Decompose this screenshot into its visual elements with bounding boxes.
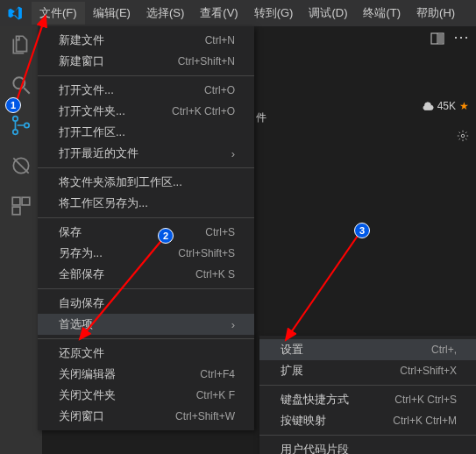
menu-debug[interactable]: 调试(D) — [301, 2, 355, 25]
split-editor-icon[interactable] — [430, 32, 444, 46]
svg-point-4 — [25, 123, 29, 127]
menu-separator — [38, 75, 254, 76]
svg-line-16 — [286, 233, 359, 340]
cloud-download-icon — [422, 100, 434, 112]
preferences-submenu: 设置Ctrl+, 扩展Ctrl+Shift+X 键盘快捷方式Ctrl+K Ctr… — [259, 336, 476, 454]
menu-separator — [259, 435, 476, 436]
menu-select[interactable]: 选择(S) — [139, 2, 192, 25]
search-icon[interactable] — [10, 74, 32, 96]
menu-help[interactable]: 帮助(H) — [409, 2, 463, 25]
menu-separator — [38, 217, 254, 218]
svg-rect-9 — [12, 207, 20, 215]
chevron-right-icon: › — [231, 318, 235, 331]
annotation-arrow-3 — [281, 228, 368, 346]
menu-edit[interactable]: 编辑(E) — [85, 2, 139, 25]
menu-separator — [38, 338, 254, 339]
menu-item-open-workspace[interactable]: 打开工作区... — [38, 122, 254, 143]
svg-point-0 — [13, 77, 25, 89]
submenu-item-user-snippets[interactable]: 用户代码片段 — [259, 439, 476, 454]
submenu-item-keymaps[interactable]: 按键映射Ctrl+K Ctrl+M — [259, 410, 476, 431]
source-control-icon[interactable] — [10, 114, 32, 137]
menu-item-add-folder[interactable]: 将文件夹添加到工作区... — [38, 172, 254, 193]
settings-gear-icon[interactable] — [457, 130, 469, 142]
annotation-marker-3: 3 — [354, 223, 370, 238]
svg-point-2 — [13, 117, 18, 121]
more-actions-icon[interactable]: ⋯ — [453, 29, 469, 45]
chevron-right-icon: › — [231, 147, 235, 160]
menu-item-close-folder[interactable]: 关闭文件夹Ctrl+K F — [38, 385, 254, 406]
extensions-icon[interactable] — [10, 195, 32, 217]
menu-item-close-window[interactable]: 关闭窗口Ctrl+Shift+W — [38, 406, 254, 427]
svg-rect-8 — [22, 197, 30, 205]
menu-item-revert-file[interactable]: 还原文件 — [38, 343, 254, 364]
files-icon[interactable] — [10, 33, 32, 56]
submenu-item-extensions[interactable]: 扩展Ctrl+Shift+X — [259, 360, 476, 381]
file-menu: 新建文件Ctrl+N 新建窗口Ctrl+Shift+N 打开文件...Ctrl+… — [38, 26, 254, 430]
download-count: 45K ★ — [422, 100, 469, 112]
menu-item-open-folder[interactable]: 打开文件夹...Ctrl+K Ctrl+O — [38, 101, 254, 122]
menu-separator — [259, 385, 476, 386]
menu-item-open-file[interactable]: 打开文件...Ctrl+O — [38, 80, 254, 101]
menu-separator — [38, 288, 254, 289]
menu-view[interactable]: 查看(V) — [192, 2, 245, 25]
submenu-item-keyboard-shortcuts[interactable]: 键盘快捷方式Ctrl+K Ctrl+S — [259, 389, 476, 410]
menu-item-save-as[interactable]: 另存为...Ctrl+Shift+S — [38, 243, 254, 264]
menu-item-preferences[interactable]: 首选项› — [38, 314, 254, 335]
menu-terminal[interactable]: 终端(T) — [355, 2, 409, 25]
vscode-logo-icon — [7, 5, 23, 21]
menu-item-auto-save[interactable]: 自动保存 — [38, 293, 254, 314]
menu-item-open-recent[interactable]: 打开最近的文件› — [38, 143, 254, 164]
menu-file[interactable]: 文件(F) — [32, 2, 85, 25]
svg-rect-7 — [12, 197, 20, 205]
editor-actions: ⋯ — [254, 26, 476, 51]
svg-line-1 — [24, 88, 30, 94]
svg-rect-12 — [438, 34, 443, 43]
menu-item-save[interactable]: 保存Ctrl+S — [38, 222, 254, 243]
activity-bar — [0, 26, 42, 454]
svg-point-13 — [461, 134, 465, 138]
submenu-item-settings[interactable]: 设置Ctrl+, — [259, 339, 476, 360]
menu-separator — [38, 167, 254, 168]
file-tab-label: 件 — [256, 110, 266, 125]
menubar: 文件(F) 编辑(E) 选择(S) 查看(V) 转到(G) 调试(D) 终端(T… — [0, 0, 476, 26]
menu-item-save-all[interactable]: 全部保存Ctrl+K S — [38, 264, 254, 285]
menu-item-new-window[interactable]: 新建窗口Ctrl+Shift+N — [38, 51, 254, 72]
menu-item-save-workspace-as[interactable]: 将工作区另存为... — [38, 193, 254, 214]
menu-goto[interactable]: 转到(G) — [246, 2, 302, 25]
menu-item-new-file[interactable]: 新建文件Ctrl+N — [38, 30, 254, 51]
debug-icon[interactable] — [10, 154, 32, 177]
svg-point-3 — [13, 130, 18, 134]
menu-item-close-editor[interactable]: 关闭编辑器Ctrl+F4 — [38, 364, 254, 385]
star-icon: ★ — [459, 100, 469, 112]
